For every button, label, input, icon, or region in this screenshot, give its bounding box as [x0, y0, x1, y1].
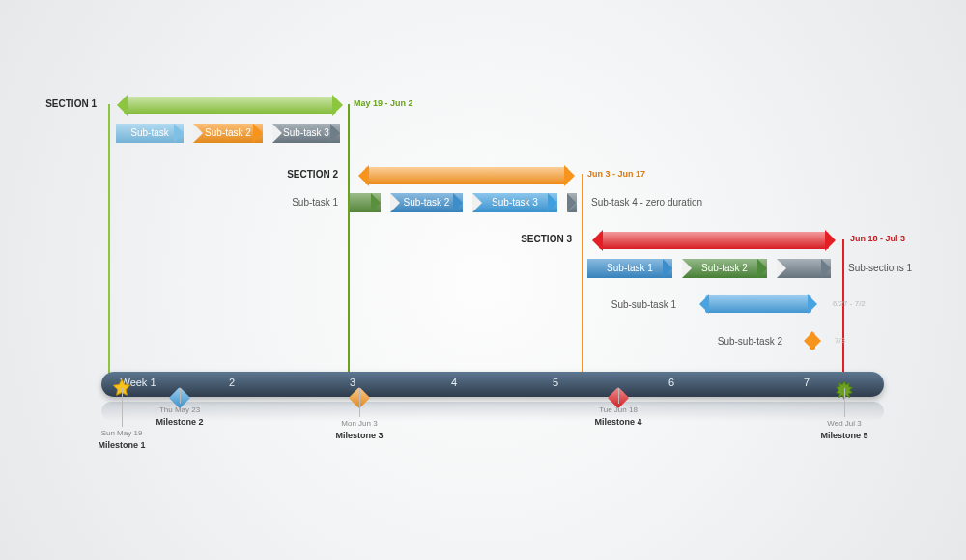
s2-task-2: Sub-task 2: [390, 193, 463, 212]
milestone-4: Tue Jun 18 Milestone 4: [575, 388, 662, 427]
gantt-chart: SECTION 1 May 19 - Jun 2 Sub-task Sub-ta…: [0, 0, 966, 560]
s1-task-1: Sub-task: [116, 124, 184, 143]
wk-4: 4: [451, 377, 457, 388]
section-3-dates: Jun 18 - Jul 3: [850, 234, 905, 243]
s3-ss1-bar: [705, 295, 811, 313]
s2-task-1: [350, 193, 381, 212]
section-1-label: SECTION 1: [29, 98, 97, 109]
wk-7: 7: [804, 377, 810, 388]
s1-task-2: Sub-task 2: [193, 124, 263, 143]
milestone-3: Mon Jun 3 Milestone 3: [316, 388, 403, 440]
wk-5: 5: [553, 377, 558, 388]
milestone-2: Thu May 23 Milestone 2: [136, 388, 223, 427]
s3-ss2-bar: [810, 332, 815, 350]
s3-right-label: Sub-sections 1: [848, 263, 945, 273]
section-1-line-start: [108, 104, 110, 378]
s3-ss2-label: Sub-sub-task 2: [705, 336, 782, 347]
section-2-dates: Jun 3 - Jun 17: [587, 169, 645, 179]
section-1-dates: May 19 - Jun 2: [354, 98, 413, 108]
s3-ss2-date: 7/3: [835, 336, 845, 345]
section-3-label: SECTION 3: [504, 234, 572, 244]
section-3-bar: [599, 232, 829, 249]
s2-left-label: Sub-task 1: [280, 197, 338, 208]
wk-6: 6: [668, 377, 674, 388]
section-2-label: SECTION 2: [270, 169, 338, 180]
section-1-bar: [124, 97, 336, 114]
s3-task-2: Sub-task 2: [682, 259, 767, 278]
s2-task-4: [567, 193, 577, 212]
wk-3: 3: [350, 377, 355, 388]
s3-ss1-label: Sub-sub-task 1: [599, 299, 676, 310]
s3-task-1: Sub-task 1: [587, 259, 672, 278]
section-2-bar: [365, 167, 568, 184]
milestone-5: Wed Jul 3 Milestone 5: [801, 388, 888, 440]
s2-right-label: Sub-task 4 - zero duration: [591, 197, 746, 208]
s1-task-3: Sub-task 3: [272, 124, 340, 143]
s3-task-3: [777, 259, 831, 278]
wk-2: 2: [229, 377, 235, 388]
s3-ss1-date: 6/27 - 7/2: [833, 299, 866, 308]
section-3-line-end: [842, 239, 844, 378]
s2-task-3: Sub-task 3: [472, 193, 557, 212]
section-1-line-end: [348, 104, 350, 378]
